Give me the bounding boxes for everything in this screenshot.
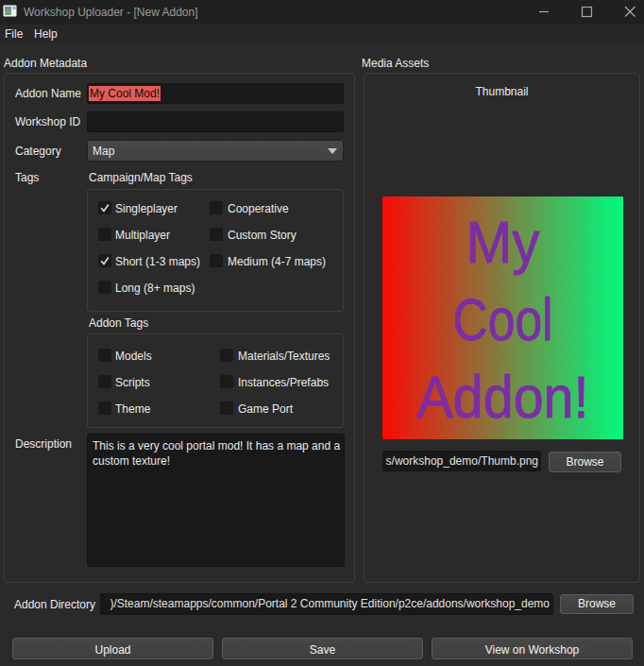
svg-text:Addon!: Addon! <box>417 364 589 430</box>
svg-text:Cool: Cool <box>453 286 553 352</box>
svg-text:My: My <box>466 209 540 275</box>
